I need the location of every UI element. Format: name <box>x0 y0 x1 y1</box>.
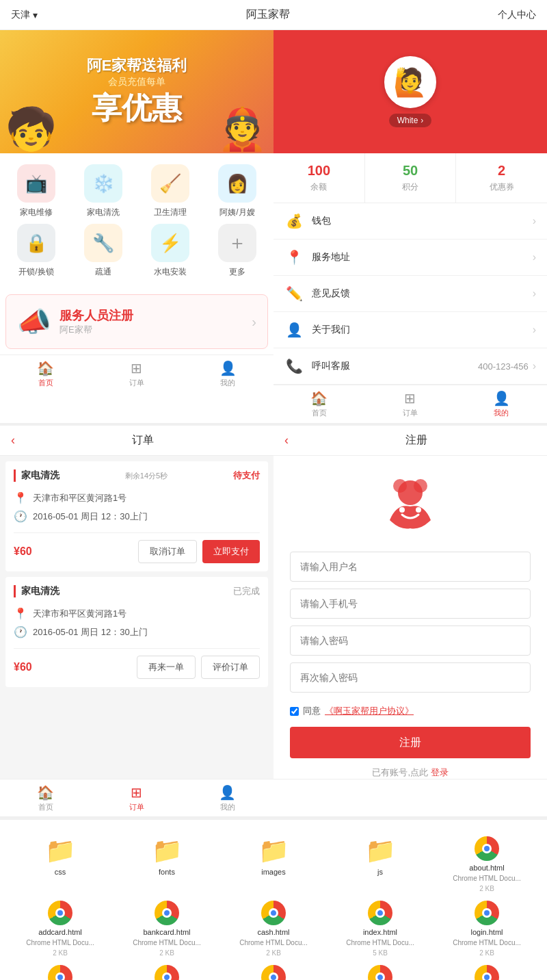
chrome-icon <box>475 965 499 980</box>
stat-balance[interactable]: 100 余额 <box>274 153 365 203</box>
file-item[interactable]: near.html Chrome HTML Docu... 3 KB <box>331 965 429 980</box>
staff-text: 服务人员注册 阿E家帮 <box>59 307 243 336</box>
file-item-name: cash.html <box>257 928 289 936</box>
file-item[interactable]: addcard.html Chrome HTML Docu... 2 KB <box>11 901 109 957</box>
service-item-shuidian[interactable]: ⚡ 水电安装 <box>139 224 201 278</box>
file-item[interactable]: member.html Chrome HTML Docu... 4 KB <box>11 965 109 980</box>
my-icon: 👤 <box>219 360 237 376</box>
service-item-qingxi[interactable]: ❄️ 家电清洗 <box>72 164 134 218</box>
ayue-label: 阿姨/月嫂 <box>219 207 254 218</box>
service-item-weisheng[interactable]: 🧹 卫生清理 <box>139 164 201 218</box>
file-nav-order[interactable]: ⊞ 订单 <box>91 784 182 812</box>
register-button[interactable]: 注册 <box>290 727 531 758</box>
file-item[interactable]: login.html Chrome HTML Docu... 2 KB <box>438 901 536 957</box>
lock-label: 开锁/换锁 <box>18 266 53 278</box>
menu-support[interactable]: 📞 呼叫客服 400-123-456 › <box>274 348 547 385</box>
register-back-button[interactable]: ‹ <box>284 433 289 448</box>
file-item[interactable]: about.html Chrome HTML Docu... 2 KB <box>438 836 536 892</box>
menu-list: 💰 钱包 › 📍 服务地址 › ✏️ 意见反馈 › 👤 关于我们 › 📞 <box>274 203 547 385</box>
staff-register-banner[interactable]: 📣 服务人员注册 阿E家帮 › <box>5 294 268 349</box>
reorder-button[interactable]: 再来一单 <box>137 656 196 679</box>
file-home-icon: 🏠 <box>37 784 54 801</box>
file-nav-home[interactable]: 🏠 首页 <box>0 784 91 812</box>
menu-wallet[interactable]: 💰 钱包 › <box>274 203 547 240</box>
service-item-shutong[interactable]: 🔧 疏通 <box>72 224 134 278</box>
stat-coupons[interactable]: 2 优惠券 <box>456 153 547 203</box>
chrome-icon <box>368 901 392 925</box>
login-link[interactable]: 登录 <box>431 767 449 777</box>
file-item[interactable]: index.html Chrome HTML Docu... 5 KB <box>331 901 429 957</box>
left-bottom-nav: 🏠 首页 ⊞ 订单 👤 我的 <box>0 354 274 393</box>
nav-order[interactable]: ⊞ 订单 <box>91 360 182 388</box>
staff-sub: 阿E家帮 <box>59 324 243 336</box>
svg-point-1 <box>393 479 407 493</box>
chrome-icon <box>48 965 72 980</box>
city-selector[interactable]: 天津 ▾ <box>11 9 38 21</box>
chrome-icon <box>155 965 179 980</box>
file-item-type: Chrome HTML Docu... <box>133 939 201 946</box>
file-item[interactable]: order.html Chrome HTML Docu... 4 KB <box>438 965 536 980</box>
file-item-size: 5 KB <box>373 949 388 957</box>
order-2-price: ¥60 <box>14 661 32 673</box>
order-2-address-row: 📍 天津市和平区黄河路1号 <box>14 604 260 623</box>
service-item-ayue[interactable]: 👩 阿姨/月嫂 <box>206 164 268 218</box>
username-input[interactable] <box>290 552 531 582</box>
personal-center-link[interactable]: 个人中心 <box>498 9 536 21</box>
confirm-password-input[interactable] <box>290 662 531 693</box>
right-nav-my[interactable]: 👤 我的 <box>456 390 547 418</box>
file-item[interactable]: more.html Chrome HTML Docu... 4 KB <box>224 965 323 980</box>
file-item-size: 2 KB <box>266 949 281 957</box>
file-my-icon: 👤 <box>219 784 236 801</box>
file-item[interactable]: 📁 images <box>224 836 323 892</box>
file-item[interactable]: cash.html Chrome HTML Docu... 2 KB <box>224 901 323 957</box>
banner-char-left: 🧒 <box>5 105 57 153</box>
file-item-size: 2 KB <box>53 949 68 957</box>
order-back-button[interactable]: ‹ <box>11 433 15 448</box>
file-bottom-nav: 🏠 首页 ⊞ 订单 👤 我的 <box>0 779 547 817</box>
folder-icon: 📁 <box>258 836 289 865</box>
password-input[interactable] <box>290 626 531 656</box>
order-1-service: 家电清洗 <box>21 469 59 482</box>
ayue-icon: 👩 <box>218 164 256 203</box>
app-logo-svg <box>376 472 444 541</box>
chrome-icon <box>261 965 286 980</box>
phone-input[interactable] <box>290 589 531 619</box>
service-item-jiadian[interactable]: 📺 家电维修 <box>5 164 67 218</box>
pay-now-button[interactable]: 立即支付 <box>202 540 260 563</box>
svg-point-4 <box>416 507 421 513</box>
nav-my[interactable]: 👤 我的 <box>183 360 274 388</box>
file-nav-my[interactable]: 👤 我的 <box>182 784 273 812</box>
service-grid: 📺 家电维修 ❄️ 家电清洗 🧹 卫生清理 👩 阿姨/月嫂 🔒 开锁/换锁 🔧 <box>0 153 274 289</box>
weisheng-label: 卫生清理 <box>154 207 187 218</box>
menu-about[interactable]: 👤 关于我们 › <box>274 312 547 348</box>
support-label: 呼叫客服 <box>312 360 478 372</box>
right-nav-order[interactable]: ⊞ 订单 <box>364 390 455 418</box>
agree-checkbox[interactable] <box>290 707 299 716</box>
file-item[interactable]: 📁 js <box>331 836 429 892</box>
banner-text: 阿E家帮送福利 会员充值每单 享优惠 <box>87 55 187 129</box>
stat-points[interactable]: 50 积分 <box>365 153 457 203</box>
menu-feedback[interactable]: ✏️ 意见反馈 › <box>274 276 547 312</box>
folder-icon: 📁 <box>365 836 396 865</box>
file-item[interactable]: money.html Chrome HTML Docu... 2 KB <box>118 965 216 980</box>
nav-home[interactable]: 🏠 首页 <box>0 360 91 388</box>
file-item-name: css <box>55 868 66 876</box>
agreement-link[interactable]: 《啊玉家帮用户协议》 <box>325 705 414 717</box>
right-nav-home[interactable]: 🏠 首页 <box>274 390 364 418</box>
order-2-location-icon: 📍 <box>14 607 27 620</box>
menu-address[interactable]: 📍 服务地址 › <box>274 240 547 276</box>
service-item-more[interactable]: ＋ 更多 <box>206 224 268 278</box>
chrome-icon <box>155 901 179 925</box>
file-item[interactable]: bankcard.html Chrome HTML Docu... 2 KB <box>118 901 216 957</box>
file-item[interactable]: 📁 fonts <box>118 836 216 892</box>
nav-my-label: 我的 <box>220 378 235 388</box>
review-button[interactable]: 评价订单 <box>201 656 260 679</box>
cancel-order-button[interactable]: 取消订单 <box>138 540 197 563</box>
order-1-buttons: 取消订单 立即支付 <box>138 540 260 563</box>
user-badge[interactable]: White › <box>389 114 432 127</box>
order-header: ‹ 订单 <box>0 426 274 456</box>
file-item-name: fonts <box>159 868 175 876</box>
promo-banner[interactable]: 🧒 阿E家帮送福利 会员充值每单 享优惠 👲 <box>0 30 274 153</box>
service-item-lock[interactable]: 🔒 开锁/换锁 <box>5 224 67 278</box>
file-item[interactable]: 📁 css <box>11 836 109 892</box>
